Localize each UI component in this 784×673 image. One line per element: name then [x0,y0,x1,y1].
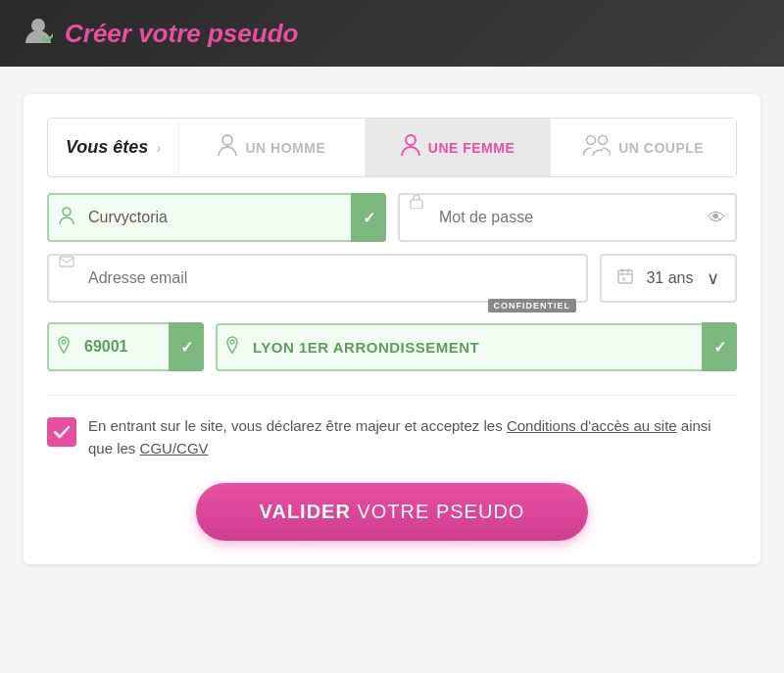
username-wrapper: ✓ [47,193,386,242]
svg-point-2 [406,135,416,145]
calendar-icon: 8 [617,268,633,288]
svg-text:8: 8 [622,276,626,282]
header-person-icon [24,16,53,51]
confidential-badge: CONFIDENTIEL [488,299,577,312]
divider [47,395,737,396]
email-input[interactable] [47,254,588,303]
city-wrapper: ✓ [216,322,737,371]
submit-button[interactable]: VALIDER VOTRE PSEUDO [196,483,588,541]
postal-checkmark: ✓ [169,322,204,371]
terms-checkbox[interactable] [47,417,76,447]
header-title: Créer votre pseudo [65,19,298,49]
svg-point-3 [587,136,596,145]
gender-options: UN HOMME UNE FEMME [179,119,736,176]
gender-selector: Vous êtes › UN HOMME [47,118,737,177]
terms-cgv-link[interactable]: CGU/CGV [140,440,209,457]
gender-option-homme[interactable]: UN HOMME [179,119,366,176]
submit-light: VOTRE PSEUDO [351,501,524,522]
email-wrapper: CONFIDENTIEL [47,254,588,303]
homme-icon [218,134,237,161]
gender-option-couple[interactable]: UN COUPLE [551,119,736,176]
age-wrapper: 8 31 ans ∨ [600,254,737,303]
app-container: Créer votre pseudo Vous êtes › [0,0,784,673]
age-value: 31 ans [646,269,693,287]
terms-text: En entrant sur le site, vous déclarez êt… [88,415,737,459]
header: Créer votre pseudo [0,0,784,67]
age-selector[interactable]: 8 31 ans ∨ [600,254,737,303]
username-password-row: ✓ 👁 [47,193,737,242]
city-checkmark: ✓ [702,322,737,371]
femme-icon [401,134,420,161]
gender-option-femme[interactable]: UNE FEMME [366,119,552,176]
gender-label: Vous êtes › [48,121,179,173]
gender-chevron-icon: › [156,140,161,156]
svg-point-1 [222,135,232,145]
eye-icon[interactable]: 👁 [708,208,725,228]
password-wrapper: 👁 [398,193,737,242]
svg-point-0 [31,19,45,32]
svg-point-4 [599,136,608,145]
email-age-row: CONFIDENTIEL 8 31 ans ∨ [47,254,737,303]
main-content: Vous êtes › UN HOMME [0,67,784,673]
username-checkmark: ✓ [351,193,386,242]
form-card: Vous êtes › UN HOMME [24,94,760,564]
password-input[interactable] [398,193,737,242]
terms-conditions-link[interactable]: Conditions d'accès au site [507,417,677,434]
location-row: ✓ ✓ [47,322,737,371]
city-input[interactable] [216,323,737,371]
terms-row: En entrant sur le site, vous déclarez êt… [47,415,737,459]
postal-wrapper: ✓ [47,322,204,371]
username-input[interactable] [47,193,386,242]
couple-icon [583,134,611,161]
submit-bold: VALIDER [260,501,351,522]
age-chevron-icon: ∨ [707,267,719,289]
